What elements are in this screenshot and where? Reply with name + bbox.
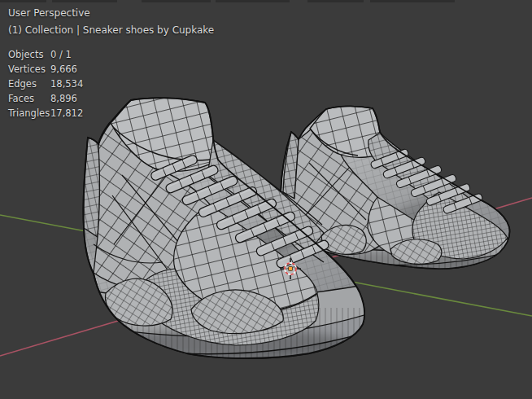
stats-label: Triangles — [8, 106, 50, 121]
scene-statistics: Objects 0 / 1 Vertices 9,666 Edges 18,53… — [8, 47, 83, 121]
collection-breadcrumb: (1) Collection | Sneaker shoes by Cupkak… — [8, 24, 214, 36]
view-name-label: User Perspective — [8, 7, 90, 19]
blender-3d-viewport[interactable]: User Perspective (1) Collection | Sneake… — [0, 0, 532, 399]
stats-value: 17,812 — [50, 106, 83, 121]
stats-label: Objects — [8, 47, 50, 62]
stats-row-faces: Faces 8,896 — [8, 91, 83, 106]
origin-point-dot — [289, 267, 293, 271]
stats-row-vertices: Vertices 9,666 — [8, 62, 83, 77]
stats-row-objects: Objects 0 / 1 — [8, 47, 83, 62]
stats-value: 0 / 1 — [50, 47, 72, 62]
stats-row-edges: Edges 18,534 — [8, 77, 83, 91]
stats-row-triangles: Triangles 17,812 — [8, 106, 83, 121]
stats-value: 9,666 — [50, 62, 77, 77]
stats-value: 18,534 — [50, 77, 83, 91]
stats-label: Faces — [8, 91, 50, 106]
stats-value: 8,896 — [50, 91, 77, 106]
stats-label: Edges — [8, 77, 50, 91]
stats-label: Vertices — [8, 62, 50, 77]
